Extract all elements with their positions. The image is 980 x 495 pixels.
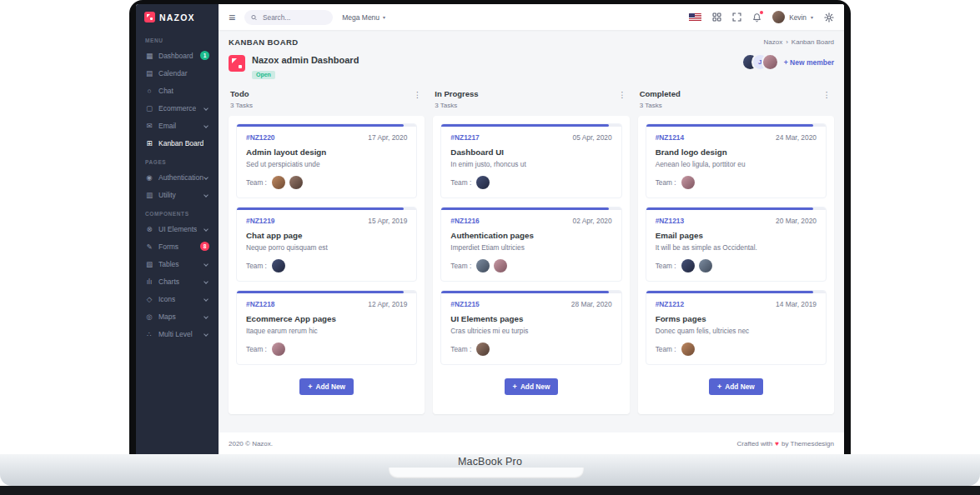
add-new-button[interactable]: +Add New bbox=[299, 378, 354, 395]
team-label: Team : bbox=[246, 345, 267, 353]
sidebar-item-forms[interactable]: ✎ Forms 8 bbox=[136, 238, 219, 255]
avatar bbox=[476, 342, 490, 356]
column-header: Todo 3 Tasks ⋮ bbox=[230, 89, 423, 109]
gear-icon[interactable] bbox=[824, 12, 834, 22]
sidebar-section-pages: PAGES bbox=[136, 152, 219, 168]
chevron-down-icon bbox=[204, 192, 209, 198]
app-screen: NAZOX MENU ▦ Dashboard 1 ▤ Calendar ○ Ch… bbox=[136, 4, 844, 454]
add-new-button[interactable]: +Add New bbox=[505, 378, 559, 395]
task-id-link[interactable]: #NZ1220 bbox=[246, 133, 274, 142]
sidebar-item-chat[interactable]: ○ Chat bbox=[136, 82, 219, 99]
sidebar-item-email[interactable]: ✉ Email bbox=[136, 117, 219, 134]
mega-menu-button[interactable]: Mega Menu ▾ bbox=[342, 13, 385, 22]
kanban-card[interactable]: #NZ121915 Apr, 2019 Chat app page Neque … bbox=[236, 207, 417, 282]
kanban-card[interactable]: #NZ121602 Apr, 2020 Authentication pages… bbox=[440, 207, 621, 282]
avatar bbox=[289, 176, 303, 189]
column-menu-icon[interactable]: ⋮ bbox=[412, 89, 424, 101]
email-icon: ✉ bbox=[145, 122, 153, 130]
team-label: Team : bbox=[656, 178, 676, 187]
kanban-card[interactable]: #NZ121214 Mar, 2019 Forms pages Donec qu… bbox=[646, 290, 827, 365]
column-menu-icon[interactable]: ⋮ bbox=[616, 89, 628, 101]
kanban-card[interactable]: #NZ122017 Apr, 2020 Admin layout design … bbox=[236, 123, 417, 198]
kanban-card[interactable]: #NZ121424 Mar, 2020 Brand logo design Ae… bbox=[646, 123, 827, 198]
task-id-link[interactable]: #NZ1217 bbox=[450, 133, 479, 142]
kanban-card[interactable]: #NZ121320 Mar, 2020 Email pages It will … bbox=[646, 207, 827, 282]
task-date: 12 Apr, 2019 bbox=[368, 300, 407, 308]
column-menu-icon[interactable]: ⋮ bbox=[821, 89, 832, 101]
ui-elements-icon: ⊗ bbox=[145, 225, 153, 233]
bell-icon[interactable] bbox=[752, 12, 761, 22]
status-badge: Open bbox=[252, 71, 275, 79]
user-menu[interactable]: Kevin ▾ bbox=[772, 11, 813, 23]
column-name: In Progress bbox=[435, 89, 478, 98]
column-task-count: 3 Tasks bbox=[640, 102, 681, 109]
task-date: 02 Apr, 2020 bbox=[573, 217, 612, 225]
utility-icon: ▥ bbox=[145, 191, 153, 199]
column-panel: #NZ121424 Mar, 2020 Brand logo design Ae… bbox=[638, 116, 834, 414]
task-description: Imperdiet Etiam ultricies bbox=[450, 243, 611, 252]
progress-bar bbox=[441, 208, 621, 210]
task-id-link[interactable]: #NZ1214 bbox=[656, 133, 684, 142]
authentication-icon: ◉ bbox=[145, 173, 153, 182]
kanban-card[interactable]: #NZ121812 Apr, 2019 Ecommerce App pages … bbox=[236, 290, 417, 365]
task-date: 28 Mar, 2020 bbox=[571, 300, 612, 308]
kanban-column-todo: Todo 3 Tasks ⋮ #NZ122017 Apr, 2020 Admin… bbox=[229, 89, 425, 414]
menu-toggle-icon[interactable]: ≡ bbox=[229, 12, 235, 23]
chevron-down-icon: ▾ bbox=[811, 14, 813, 20]
search-box[interactable] bbox=[244, 10, 333, 25]
sidebar-item-dashboard[interactable]: ▦ Dashboard 1 bbox=[136, 47, 219, 64]
breadcrumb-nazox[interactable]: Nazox bbox=[763, 38, 782, 46]
sidebar-item-ecommerce[interactable]: ▢ Ecommerce bbox=[136, 99, 219, 117]
team-label: Team : bbox=[450, 345, 471, 353]
task-title: Chat app page bbox=[246, 231, 407, 240]
kanban-card[interactable]: #NZ121705 Apr, 2020 Dashboard UI In enim… bbox=[440, 123, 621, 198]
column-name: Completed bbox=[640, 89, 681, 98]
task-id-link[interactable]: #NZ1213 bbox=[656, 217, 684, 225]
sidebar-item-authentication[interactable]: ◉ Authentication bbox=[136, 168, 219, 186]
kanban-icon: ⊞ bbox=[145, 139, 153, 148]
avatar bbox=[681, 342, 695, 356]
brand-logo[interactable]: NAZOX bbox=[136, 4, 219, 30]
column-task-count: 3 Tasks bbox=[230, 102, 253, 109]
sidebar-item-kanban-board[interactable]: ⊞ Kanban Board bbox=[136, 134, 219, 152]
brand-name: NAZOX bbox=[159, 12, 195, 22]
sidebar-item-utility[interactable]: ▥ Utility bbox=[136, 186, 219, 203]
task-description: In enim justo, rhoncus ut bbox=[450, 160, 611, 168]
task-id-link[interactable]: #NZ1219 bbox=[246, 217, 274, 225]
sidebar-item-tables[interactable]: ▧ Tables bbox=[136, 255, 219, 272]
task-date: 24 Mar, 2020 bbox=[776, 133, 817, 142]
board-title: Nazox admin Dashboard bbox=[252, 55, 359, 65]
team-label: Team : bbox=[246, 262, 267, 270]
task-id-link[interactable]: #NZ1218 bbox=[246, 300, 274, 308]
sidebar-item-maps[interactable]: ◎ Maps bbox=[136, 308, 219, 325]
calendar-icon: ▤ bbox=[145, 69, 153, 78]
task-id-link[interactable]: #NZ1215 bbox=[450, 300, 479, 308]
task-date: 20 Mar, 2020 bbox=[776, 217, 817, 225]
fullscreen-icon[interactable] bbox=[732, 12, 741, 22]
plus-icon: + bbox=[717, 383, 721, 391]
sidebar-item-icons[interactable]: ◇ Icons bbox=[136, 290, 219, 308]
board-header: Nazox admin Dashboard Open J + New membe… bbox=[229, 55, 834, 80]
kanban-card[interactable]: #NZ121528 Mar, 2020 UI Elements pages Cr… bbox=[440, 290, 621, 365]
search-input[interactable] bbox=[261, 12, 326, 22]
new-member-link[interactable]: + New member bbox=[784, 58, 834, 67]
credit-suffix: by Themesdesign bbox=[781, 440, 834, 448]
task-id-link[interactable]: #NZ1216 bbox=[450, 217, 479, 225]
maps-icon: ◎ bbox=[145, 312, 153, 321]
chevron-down-icon bbox=[204, 106, 209, 111]
heart-icon: ♥ bbox=[775, 440, 779, 448]
progress-bar bbox=[646, 124, 826, 127]
sidebar-item-ui-elements[interactable]: ⊗ UI Elements bbox=[136, 220, 219, 238]
apps-grid-icon[interactable] bbox=[712, 12, 721, 22]
us-flag-icon[interactable] bbox=[689, 13, 701, 22]
add-new-button[interactable]: +Add New bbox=[709, 378, 763, 395]
copyright-text: 2020 © Nazox. bbox=[229, 440, 273, 448]
chat-icon: ○ bbox=[145, 87, 153, 95]
sidebar-item-multi-level[interactable]: ∴ Multi Level bbox=[136, 325, 219, 342]
chevron-down-icon bbox=[204, 332, 209, 337]
task-id-link[interactable]: #NZ1212 bbox=[656, 300, 684, 308]
sidebar-item-calendar[interactable]: ▤ Calendar bbox=[136, 64, 219, 82]
sidebar-item-charts[interactable]: ılı Charts bbox=[136, 272, 219, 290]
task-description: Cras ultricies mi eu turpis bbox=[450, 327, 611, 335]
member-avatar[interactable] bbox=[763, 55, 777, 69]
